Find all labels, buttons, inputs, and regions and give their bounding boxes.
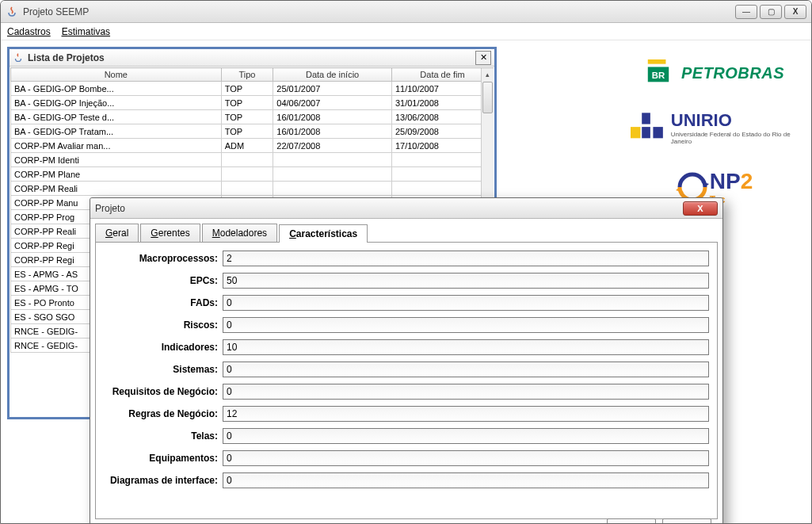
table-cell: 13/06/2008 [391, 110, 493, 124]
java-icon [6, 6, 18, 18]
form-row: Telas: [104, 428, 709, 444]
table-cell: BA - GEDIG-OP Tratam... [11, 124, 222, 139]
petrobras-text: PETROBRAS [681, 64, 784, 82]
table-cell: 16/01/2008 [273, 124, 392, 139]
field-label: Riscos: [104, 319, 223, 331]
field-input-10[interactable] [223, 472, 709, 488]
table-cell: TOP [221, 96, 273, 110]
table-cell: TOP [221, 124, 273, 139]
logos-panel: BR PETROBRAS UNIRIO Universidade Federal… [631, 59, 797, 205]
dialog-close-button[interactable]: X [683, 201, 718, 216]
field-input-4[interactable] [223, 339, 709, 355]
field-input-6[interactable] [223, 384, 709, 400]
table-header-cell[interactable]: Nome [11, 68, 222, 82]
titlebar[interactable]: Projeto SEEMP — ▢ X [1, 1, 811, 23]
table-row[interactable]: CORP-PM Identi [11, 153, 494, 167]
logo-petrobras: BR PETROBRAS [643, 59, 784, 86]
form-row: FADs: [104, 295, 709, 311]
field-label: Indicadores: [104, 342, 223, 353]
tab-caracteristicas-body: Macroprocessos:EPCs:FADs:Riscos:Indicado… [95, 242, 718, 519]
table-header-cell[interactable]: Tipo [221, 68, 273, 82]
table-cell: CORP-PM Identi [11, 153, 222, 167]
table-cell [221, 153, 273, 167]
table-header-cell[interactable]: Data de fim [391, 68, 493, 82]
scroll-up-icon[interactable]: ▴ [482, 68, 494, 81]
projeto-dialog: Projeto X GeralGerentesModeladoresCaract… [90, 197, 723, 524]
table-row[interactable]: BA - GEDIG-OP Tratam...TOP16/01/200825/0… [11, 124, 494, 139]
form-row: EPCs: [104, 273, 709, 289]
tab-modeladores[interactable]: Modeladores [202, 224, 277, 242]
dialog-tabs: GeralGerentesModeladoresCaracterísticas [90, 219, 722, 242]
field-label: Regras de Negócio: [104, 408, 223, 419]
table-header-row: NomeTipoData de inícioData de fim [11, 68, 494, 82]
table-cell: CORP-PM Reali [11, 182, 222, 196]
table-cell: BA - GEDIG-OP Injeção... [11, 96, 222, 110]
table-row[interactable]: CORP-PM Plane [11, 167, 494, 182]
minimize-button[interactable]: — [735, 5, 757, 19]
table-cell: BA - GEDIG-OP Teste d... [11, 110, 222, 124]
field-input-8[interactable] [223, 428, 709, 444]
svg-rect-5 [642, 127, 650, 138]
table-cell [391, 182, 493, 196]
unirio-icon [631, 111, 663, 144]
unirio-subtitle: Universidade Federal do Estado do Rio de… [671, 131, 797, 145]
table-cell [221, 182, 273, 196]
field-input-2[interactable] [223, 295, 709, 311]
field-input-5[interactable] [223, 361, 709, 377]
field-input-1[interactable] [223, 273, 709, 289]
cancel-button[interactable]: Cancela [662, 518, 711, 524]
table-header-cell[interactable]: Data de início [273, 68, 392, 82]
table-cell [221, 167, 273, 182]
svg-rect-0 [648, 59, 666, 64]
form-row: Diagramas de interface: [104, 472, 709, 488]
close-button[interactable]: X [784, 5, 806, 19]
logo-unirio: UNIRIO Universidade Federal do Estado do… [631, 110, 797, 145]
form-row: Requisitos de Negócio: [104, 384, 709, 400]
form-row: Macroprocessos: [104, 251, 709, 266]
table-row[interactable]: CORP-PM Reali [11, 182, 494, 196]
field-input-9[interactable] [223, 450, 709, 466]
field-input-7[interactable] [223, 406, 709, 422]
field-label: EPCs: [104, 275, 223, 286]
tab-caracteristicas[interactable]: Características [279, 224, 368, 243]
form-row: Equipamentos: [104, 450, 709, 466]
menu-estimativas[interactable]: Estimativas [62, 26, 110, 37]
maximize-button[interactable]: ▢ [760, 5, 782, 19]
form-row: Sistemas: [104, 361, 709, 377]
table-cell: 11/10/2007 [391, 82, 493, 96]
table-cell: 25/01/2007 [273, 82, 392, 96]
table-cell: TOP [221, 82, 273, 96]
window-title: Projeto SEEMP [23, 6, 89, 17]
field-label: Equipamentos: [104, 453, 223, 464]
table-row[interactable]: BA - GEDIG-OP Bombe...TOP25/01/200711/10… [11, 82, 494, 96]
table-cell: 22/07/2008 [273, 139, 392, 153]
table-cell: 04/06/2007 [273, 96, 392, 110]
field-input-3[interactable] [223, 317, 709, 333]
form-row: Indicadores: [104, 339, 709, 355]
table-cell: 17/10/2008 [391, 139, 493, 153]
table-cell [273, 153, 392, 167]
internal-frame-titlebar[interactable]: Lista de Projetos ✕ [10, 49, 494, 67]
svg-text:BR: BR [652, 71, 665, 80]
dialog-titlebar[interactable]: Projeto X [90, 198, 722, 219]
table-cell: ADM [221, 139, 273, 153]
unirio-text: UNIRIO [671, 110, 797, 131]
table-row[interactable]: CORP-PM Avaliar man...ADM22/07/200817/10… [11, 139, 494, 153]
table-cell: BA - GEDIG-OP Bombe... [11, 82, 222, 96]
menubar: Cadastros Estimativas [1, 23, 811, 40]
field-input-0[interactable] [223, 251, 709, 266]
java-icon [13, 52, 24, 63]
ok-button[interactable]: OK [607, 518, 656, 524]
table-cell [391, 167, 493, 182]
table-cell: TOP [221, 110, 273, 124]
scroll-thumb[interactable] [482, 82, 493, 113]
table-row[interactable]: BA - GEDIG-OP Injeção...TOP04/06/200731/… [11, 96, 494, 110]
tab-gerentes[interactable]: Gerentes [140, 224, 200, 242]
form-row: Riscos: [104, 317, 709, 333]
table-cell [391, 153, 493, 167]
tab-geral[interactable]: Geral [95, 224, 139, 242]
internal-frame-close-button[interactable]: ✕ [475, 51, 491, 65]
menu-cadastros[interactable]: Cadastros [7, 26, 51, 37]
field-label: Macroprocessos: [104, 253, 223, 264]
table-row[interactable]: BA - GEDIG-OP Teste d...TOP16/01/200813/… [11, 110, 494, 124]
